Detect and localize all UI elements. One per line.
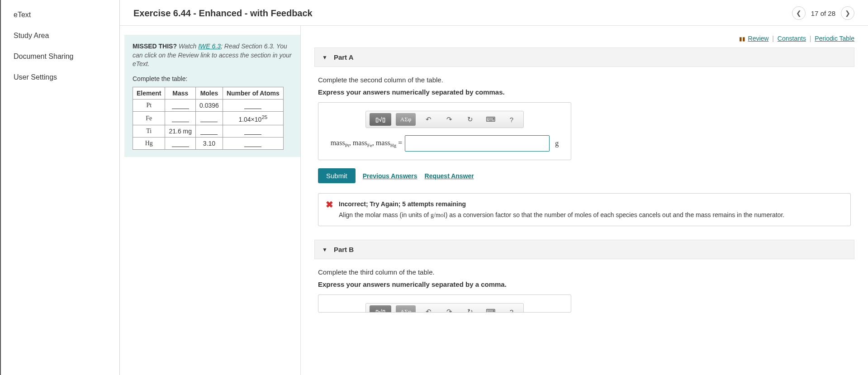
table-row: Pt 0.0396: [133, 99, 284, 111]
feedback-head: Incorrect; Try Again; 5 attempts remaini…: [339, 200, 784, 209]
incorrect-icon: ✖: [326, 200, 333, 219]
equation-toolbar: ▯√▯ ΑΣφ ↶ ↷ ↻ ⌨ ?: [365, 111, 524, 128]
table-row: Ti 21.6 mg: [133, 125, 284, 138]
submit-button[interactable]: Submit: [318, 168, 356, 183]
part-b-label: Part B: [334, 246, 354, 253]
th-mass: Mass: [165, 87, 196, 99]
equation-toolbar-b: ▯√▯ ΑΣφ ↶ ↷ ↻ ⌨ ?: [365, 303, 524, 313]
undo-button[interactable]: ↶: [420, 305, 436, 313]
missed-label: MISSED THIS?: [133, 43, 177, 50]
redo-button[interactable]: ↷: [441, 113, 457, 126]
request-answer-link[interactable]: Request Answer: [425, 172, 474, 180]
greek-button[interactable]: ΑΣφ: [396, 113, 416, 126]
part-a-body: Complete the second column of the table.…: [314, 76, 854, 240]
answer-panel-area: ▮▮ Review | Constants | Periodic Table ▼…: [301, 26, 868, 375]
reset-button[interactable]: ↻: [462, 113, 478, 126]
chevron-down-icon: ▼: [322, 247, 327, 253]
pager-prev-button[interactable]: ❮: [792, 6, 806, 20]
complete-table-label: Complete the table:: [133, 75, 292, 82]
th-element: Element: [133, 87, 165, 99]
data-table: Element Mass Moles Number of Atoms Pt 0.…: [133, 87, 284, 150]
review-link[interactable]: Review: [748, 35, 769, 42]
sidebar-item-user-settings[interactable]: User Settings: [1, 67, 119, 88]
answer-input[interactable]: [405, 135, 550, 152]
templates-button[interactable]: ▯√▯: [370, 305, 391, 313]
feedback-text: Align the molar mass (in units of g/mol)…: [339, 211, 784, 220]
answer-variable-label: massPt, massFe, massHg =: [331, 139, 403, 148]
page-title: Exercise 6.44 - Enhanced - with Feedback: [133, 8, 313, 19]
constants-link[interactable]: Constants: [778, 35, 806, 42]
top-links: ▮▮ Review | Constants | Periodic Table: [314, 35, 854, 42]
question-panel: MISSED THIS? Watch IWE 6.3; Read Section…: [120, 26, 301, 375]
help-button[interactable]: ?: [503, 113, 520, 126]
chevron-down-icon: ▼: [322, 54, 327, 61]
part-b-header[interactable]: ▼ Part B: [314, 240, 854, 259]
info-box: MISSED THIS? Watch IWE 6.3; Read Section…: [124, 35, 300, 157]
sidebar-item-etext[interactable]: eText: [1, 5, 119, 25]
part-b-prompt: Complete the third column of the table.: [318, 268, 851, 276]
previous-answers-link[interactable]: Previous Answers: [363, 172, 417, 180]
missed-hint: MISSED THIS? Watch IWE 6.3; Read Section…: [133, 42, 292, 69]
answer-box: ▯√▯ ΑΣφ ↶ ↷ ↻ ⌨ ? massPt, massFe, massHg…: [318, 102, 571, 160]
greek-button[interactable]: ΑΣφ: [396, 305, 416, 313]
part-a-instruction: Express your answers numerically separat…: [318, 88, 851, 96]
answer-unit: g: [555, 139, 559, 147]
help-button[interactable]: ?: [503, 305, 520, 313]
part-a-header[interactable]: ▼ Part A: [314, 47, 854, 67]
keyboard-button[interactable]: ⌨: [483, 113, 499, 126]
part-b-instruction: Express your answers numerically separat…: [318, 280, 851, 288]
part-a-label: Part A: [334, 53, 354, 61]
reset-button[interactable]: ↻: [462, 305, 478, 313]
sidebar-item-document-sharing[interactable]: Document Sharing: [1, 46, 119, 67]
iwe-link[interactable]: IWE 6.3: [198, 43, 221, 50]
table-row: Hg 3.10: [133, 138, 284, 150]
keyboard-button[interactable]: ⌨: [483, 305, 499, 313]
part-a-prompt: Complete the second column of the table.: [318, 76, 851, 84]
pager-text: 17 of 28: [811, 9, 835, 17]
th-atoms: Number of Atoms: [223, 87, 283, 99]
periodic-table-link[interactable]: Periodic Table: [815, 35, 854, 42]
redo-button[interactable]: ↷: [441, 305, 457, 313]
th-moles: Moles: [196, 87, 223, 99]
header: Exercise 6.44 - Enhanced - with Feedback…: [120, 0, 868, 26]
table-row: Fe 1.04×1025: [133, 111, 284, 125]
templates-button[interactable]: ▯√▯: [370, 113, 391, 126]
undo-button[interactable]: ↶: [420, 113, 436, 126]
answer-box-b: ▯√▯ ΑΣφ ↶ ↷ ↻ ⌨ ?: [318, 294, 571, 313]
feedback-box: ✖ Incorrect; Try Again; 5 attempts remai…: [318, 193, 851, 226]
pager: ❮ 17 of 28 ❯: [792, 6, 854, 20]
sidebar: eText Study Area Document Sharing User S…: [0, 0, 120, 375]
pager-next-button[interactable]: ❯: [841, 6, 854, 20]
review-icon: ▮▮: [739, 36, 745, 42]
sidebar-item-study-area[interactable]: Study Area: [1, 25, 119, 46]
part-b-body: Complete the third column of the table. …: [314, 268, 854, 326]
